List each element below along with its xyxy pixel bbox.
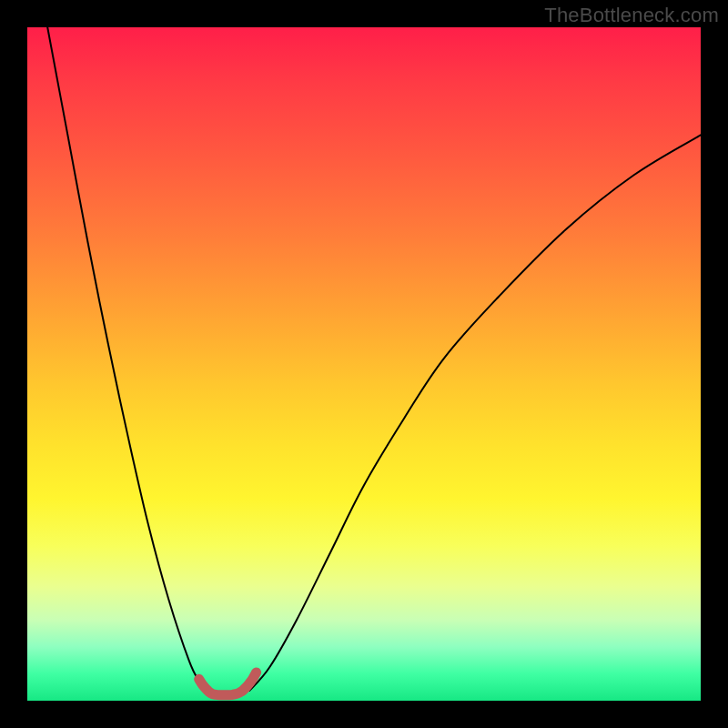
curve-layer	[27, 27, 701, 701]
curve-left	[47, 27, 209, 691]
watermark-text: TheBottleneck.com	[544, 4, 719, 27]
outer-frame: TheBottleneck.com	[0, 0, 728, 728]
valley-marker	[199, 672, 257, 695]
curve-right	[249, 135, 701, 691]
